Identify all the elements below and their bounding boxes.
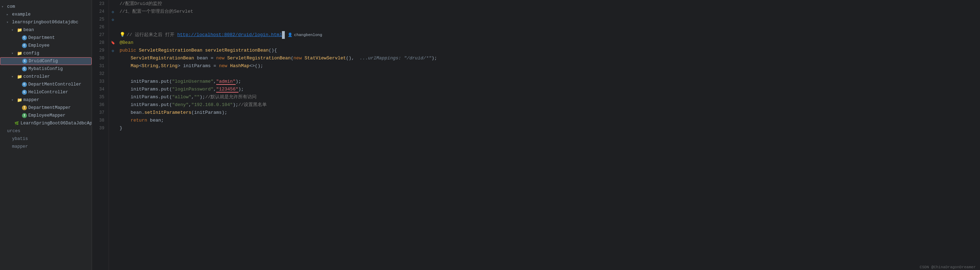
interface-icon: I: [22, 113, 27, 118]
sidebar-item-example[interactable]: ▸ example: [0, 11, 92, 18]
code-line-28: @Bean: [119, 39, 980, 47]
arrow-icon: ▾: [6, 20, 11, 24]
sidebar-item-label: HelloController: [28, 90, 68, 95]
code-line-39: }: [119, 124, 980, 132]
arrow-icon: ▾: [2, 5, 6, 9]
folder-icon: 📁: [17, 74, 22, 79]
code-line-38: return bean;: [119, 117, 980, 124]
class-icon: C: [22, 82, 27, 87]
sidebar-item-label: MybatisConfig: [28, 67, 63, 71]
bottom-bar-text: CSDN @ChinaDragonDreamer: [920, 265, 976, 269]
sidebar-item-mapper[interactable]: ▾ 📁 mapper: [0, 96, 92, 104]
class-icon: C: [22, 43, 27, 48]
sidebar-item-bean[interactable]: ▾ 📁 bean: [0, 26, 92, 34]
arrow-icon: ▾: [11, 98, 16, 102]
code-line-34: initParams.put("loginPassword","123456")…: [119, 86, 980, 93]
code-line-36: initParams.put("deny","192.168.0.104");/…: [119, 101, 980, 109]
sidebar-item-druidconfig[interactable]: ▸ C DruidConfig: [0, 57, 92, 65]
app-icon: 🌿: [14, 121, 19, 126]
class-icon: C: [22, 59, 27, 64]
file-tree[interactable]: ▾ com ▸ example ▾ learnspringboot06dataj…: [0, 0, 92, 270]
sidebar-item-label: EmployeeMapper: [28, 113, 65, 118]
code-line-23: //配置Druid的监控: [119, 0, 980, 8]
sidebar-item-mapper2[interactable]: ▸ mapper: [0, 143, 92, 151]
code-line-25: [119, 16, 980, 23]
arrow-icon: ▾: [11, 28, 16, 32]
sidebar-item-label: com: [7, 4, 15, 9]
code-line-37: bean.setInitParameters(initParams);: [119, 109, 980, 117]
username-label: changbenlong: [294, 31, 322, 39]
bulb-icon: 💡: [119, 31, 125, 39]
druid-link[interactable]: http://localhost:8082/druid/login.html: [177, 31, 282, 39]
arrow-icon: ▸: [6, 13, 11, 17]
code-line-27: 💡 // 运行起来之后 打开 http://localhost:8082/dru…: [119, 31, 980, 39]
sidebar-item-urces[interactable]: ▸ urces: [0, 127, 92, 135]
bottom-bar: CSDN @ChinaDragonDreamer: [916, 264, 980, 270]
sidebar-item-employeemapper[interactable]: ▸ I EmployeeMapper: [0, 112, 92, 119]
sidebar-item-label: controller: [23, 74, 50, 79]
code-line-24: //1、配置一个管理后台的Servlet: [119, 8, 980, 16]
sidebar-item-label: Department: [28, 35, 55, 40]
sidebar-item-departmentmapper[interactable]: ▸ I DepartmentMapper: [0, 104, 92, 112]
sidebar-item-label: example: [12, 12, 31, 17]
folder-icon: 📁: [17, 97, 22, 103]
class-icon: C: [22, 90, 27, 95]
sidebar-item-hellocontroller[interactable]: ▸ C HelloController: [0, 88, 92, 96]
sidebar-item-mybatisconfig[interactable]: ▸ C MybatisConfig: [0, 65, 92, 73]
sidebar-item-application[interactable]: ▸ 🌿 LearnSpringBoot06DataJdbcApplication: [0, 119, 92, 127]
sidebar-item-controller[interactable]: ▾ 📁 controller: [0, 73, 92, 81]
class-icon: C: [22, 35, 27, 40]
code-line-32: [119, 70, 980, 78]
sidebar-item-label: LearnSpringBoot06DataJdbcApplication: [21, 121, 92, 126]
code-line-26: [119, 23, 980, 31]
sidebar-item-employee[interactable]: ▸ C Employee: [0, 42, 92, 49]
user-icon: 👤: [288, 31, 293, 39]
gutter: ◇ ◇ 🔖 ◇: [109, 0, 117, 270]
text-cursor: [282, 31, 285, 39]
sidebar-item-learnspringboot[interactable]: ▾ learnspringboot06datajdbc: [0, 18, 92, 26]
sidebar-item-config[interactable]: ▾ 📁 config: [0, 49, 92, 57]
interface-icon: I: [22, 105, 27, 110]
code-line-31: Map<String,String> initParams = new Hash…: [119, 62, 980, 70]
sidebar-item-label: DruidConfig: [29, 59, 58, 64]
code-line-29: public ServletRegistrationBean servletRe…: [119, 47, 980, 54]
sidebar-item-label: urces: [7, 129, 21, 133]
folder-icon: 📁: [17, 51, 22, 56]
code-content[interactable]: //配置Druid的监控 //1、配置一个管理后台的Servlet 💡 // 运…: [117, 0, 980, 270]
sidebar-item-label: DepartmentMapper: [28, 105, 71, 110]
sidebar-item-ybatis[interactable]: ▸ ybatis: [0, 135, 92, 143]
sidebar-item-departmentcontroller[interactable]: ▸ C DepartMentController: [0, 81, 92, 88]
folder-icon: 📁: [17, 27, 22, 32]
sidebar-item-label: mapper: [23, 97, 39, 103]
code-editor: 23 24 25 26 27 28 29 30 31 32 33 34 35 3…: [92, 0, 980, 270]
code-line-33: initParams.put("loginUsername","admin");: [119, 78, 980, 86]
sidebar-item-label: Employee: [28, 43, 49, 48]
code-line-30: ServletRegistrationBean bean = new Servl…: [119, 54, 980, 62]
sidebar-item-label: config: [23, 51, 39, 56]
sidebar-item-label: DepartMentController: [28, 82, 81, 87]
sidebar-item-label: bean: [23, 27, 34, 32]
class-icon: C: [22, 67, 27, 71]
sidebar-item-label: mapper: [12, 144, 28, 149]
sidebar-item-label: ybatis: [12, 137, 28, 141]
code-area[interactable]: 23 24 25 26 27 28 29 30 31 32 33 34 35 3…: [92, 0, 980, 270]
sidebar-item-department[interactable]: ▸ C Department: [0, 34, 92, 42]
arrow-icon: ▾: [11, 51, 16, 56]
sidebar-item-label: learnspringboot06datajdbc: [12, 20, 78, 25]
line-numbers: 23 24 25 26 27 28 29 30 31 32 33 34 35 3…: [92, 0, 109, 270]
code-line-35: initParams.put("allow","");//默认就是允许所有访问: [119, 93, 980, 101]
sidebar-item-com[interactable]: ▾ com: [0, 3, 92, 11]
arrow-icon: ▾: [11, 75, 16, 79]
user-annotation: 👤 changbenlong: [288, 31, 322, 39]
